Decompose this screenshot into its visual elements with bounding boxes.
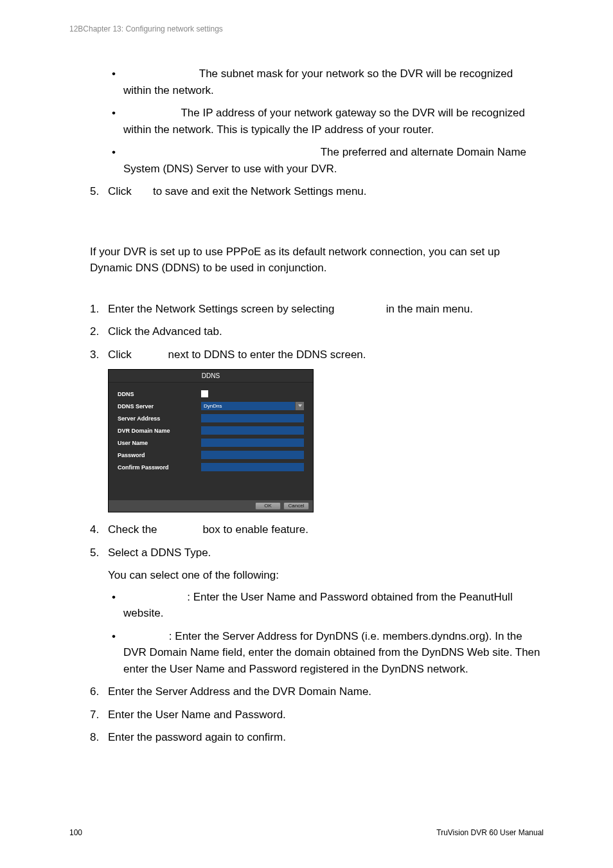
bullet-text: The subnet mask for your network so the …	[123, 68, 513, 96]
step-text: Enter the password again to confirm.	[108, 729, 544, 746]
username-input[interactable]	[201, 439, 304, 447]
intro-paragraph: If your DVR is set up to use PPPoE as it…	[90, 244, 544, 276]
ddns-label: Password	[118, 452, 201, 458]
page-number: 100	[69, 828, 82, 837]
main-content: • The subnet mask for your network so th…	[69, 66, 544, 746]
step-8: 8. Enter the password again to confirm.	[90, 729, 544, 746]
ddns-dialog-title: DDNS	[109, 370, 313, 383]
step-text: Click the Advanced tab.	[108, 323, 544, 340]
bullet-text: The IP address of your network gateway s…	[123, 107, 525, 136]
step-text: Enter the Network Settings screen by sel…	[108, 303, 334, 315]
ddns-dialog: DDNS DDNS DDNS Server DynDns Server Addr…	[108, 369, 314, 512]
ddns-row-enable: DDNS	[118, 389, 304, 399]
bullet-text: : Enter the User Name and Password obtai…	[123, 591, 513, 620]
page-header: 12BChapter 13: Configuring network setti…	[69, 24, 544, 33]
page-footer: 100 TruVision DVR 60 User Manual	[69, 828, 544, 837]
ddns-row-address: Server Address	[118, 413, 304, 423]
bullet-dns: • The preferred and alternate Domain Nam…	[108, 144, 544, 177]
ddns-label: Confirm Password	[118, 464, 201, 471]
step-6: 6. Enter the Server Address and the DVR …	[90, 683, 544, 700]
bullet-subnet: • The subnet mask for your network so th…	[108, 66, 544, 98]
step-text: in the main menu.	[386, 303, 473, 315]
bullet-dyndns: • : Enter the Server Address for DynDNS …	[108, 628, 544, 678]
step-2: 2. Click the Advanced tab.	[90, 323, 544, 340]
step-3: 3. Click next to DDNS to enter the DDNS …	[90, 347, 544, 363]
step-7: 7. Enter the User Name and Password.	[90, 707, 544, 723]
ddns-label: DDNS	[118, 391, 201, 397]
ddns-dialog-footer: OK Cancel	[109, 500, 313, 512]
chevron-down-icon[interactable]	[295, 402, 304, 410]
step-5b: 5. Select a DDNS Type.	[90, 545, 544, 561]
step-text: to save and exit the Network Settings me…	[153, 185, 367, 197]
step-text: box to enable feature.	[202, 523, 308, 536]
bullet-gateway: • The IP address of your network gateway…	[108, 105, 544, 138]
ddns-label: DVR Domain Name	[118, 428, 201, 434]
ddns-checkbox[interactable]	[201, 390, 208, 397]
ddns-label: DDNS Server	[118, 403, 201, 410]
ddns-label: Server Address	[118, 415, 201, 422]
password-input[interactable]	[201, 451, 304, 459]
bullet-text: The preferred and alternate Domain Name …	[123, 146, 526, 175]
ddns-row-server: DDNS Server DynDns	[118, 401, 304, 411]
step-4: 4. Check the box to enable feature.	[90, 521, 544, 538]
ddns-server-select[interactable]: DynDns	[201, 402, 304, 410]
step-5: 5. Click to save and exit the Network Se…	[90, 183, 544, 200]
ddns-select-value: DynDns	[204, 403, 222, 409]
ddns-row-password: Password	[118, 450, 304, 460]
ddns-label: User Name	[118, 440, 201, 446]
ok-button[interactable]: OK	[255, 502, 281, 510]
bullet-text: : Enter the Server Address for DynDNS (i…	[123, 630, 540, 675]
step-text: Check the	[108, 523, 157, 536]
step-text: Enter the Server Address and the DVR Dom…	[108, 683, 544, 700]
ddns-row-user: User Name	[118, 438, 304, 448]
cancel-button[interactable]: Cancel	[283, 502, 309, 510]
step-1: 1. Enter the Network Settings screen by …	[90, 301, 544, 318]
step-text: Select a DDNS Type.	[108, 545, 544, 561]
step-text: next to DDNS to enter the DDNS screen.	[168, 348, 366, 361]
domain-name-input[interactable]	[201, 426, 304, 435]
bullet-peanuthull: • : Enter the User Name and Password obt…	[108, 589, 544, 622]
step-text: Enter the User Name and Password.	[108, 707, 544, 723]
ddns-row-domain: DVR Domain Name	[118, 426, 304, 435]
confirm-password-input[interactable]	[201, 463, 304, 471]
server-address-input[interactable]	[201, 414, 304, 422]
step-text: Click	[108, 348, 132, 361]
step-5-subtext: You can select one of the following:	[108, 567, 544, 584]
ddns-row-confirm: Confirm Password	[118, 462, 304, 472]
step-text: Click	[108, 185, 132, 197]
manual-title: TruVision DVR 60 User Manual	[436, 828, 544, 837]
